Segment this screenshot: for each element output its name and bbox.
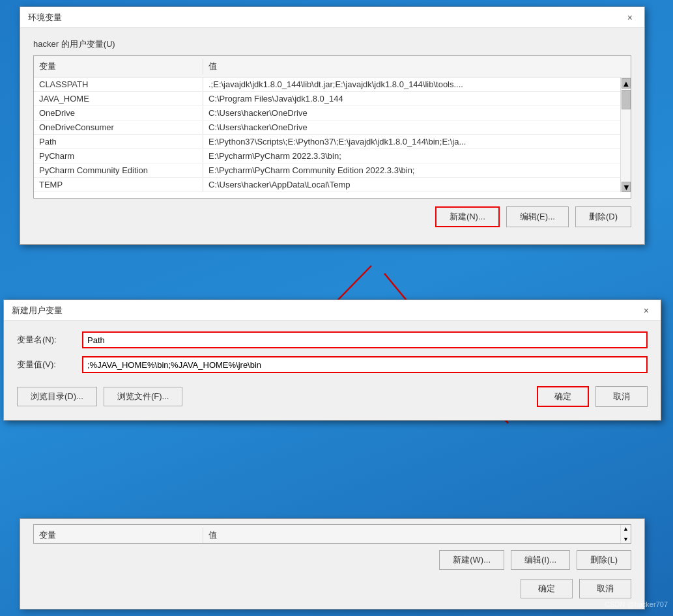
user-var-row[interactable]: PyCharmE:\Pycharm\PyCharm 2022.3.3\bin; <box>34 149 631 163</box>
env-dialog-close[interactable]: × <box>623 11 637 24</box>
user-var-value: C:\Users\hacker\OneDrive <box>203 120 620 134</box>
var-value-row: 变量值(V): <box>4 356 661 373</box>
new-var-dialog-title: 新建用户变量 <box>12 305 63 316</box>
user-var-row[interactable]: CLASSPATH.;E:\javajdk\jdk1.8.0_144\lib\d… <box>34 77 631 92</box>
env-dialog-titlebar: 环境变量 × <box>20 7 644 28</box>
delete-user-var-button[interactable]: 删除(D) <box>575 206 631 227</box>
new-var-ok-button[interactable]: 确定 <box>537 386 589 407</box>
var-name-input[interactable] <box>82 331 648 348</box>
new-var-cancel-button[interactable]: 取消 <box>595 386 648 407</box>
env-dialog-ok-button[interactable]: 确定 <box>521 579 573 598</box>
table-header-row: 变量 值 <box>34 56 631 77</box>
user-var-value: E:\Python37\Scripts\;E:\Python37\;E:\jav… <box>203 135 620 148</box>
new-sys-var-button[interactable]: 新建(W)... <box>439 550 504 570</box>
edit-user-var-button[interactable]: 编辑(E)... <box>506 206 569 227</box>
sys-col-header-var: 变量 <box>34 527 203 543</box>
new-var-dialog-content: 变量名(N): 变量值(V): 浏览目录(D)... 浏览文件(F)... 确定… <box>4 321 661 420</box>
system-vars-section: 变量 值 PROCESSOR_IDENTIFIER AMD64 Family 2… <box>20 518 645 609</box>
user-var-name: TEMP <box>34 178 203 191</box>
user-var-name: OneDriveConsumer <box>34 120 203 134</box>
var-name-row: 变量名(N): <box>4 331 661 348</box>
browse-file-button[interactable]: 浏览文件(F)... <box>104 387 182 406</box>
user-var-row[interactable]: OneDriveConsumerC:\Users\hacker\OneDrive <box>34 120 631 135</box>
new-var-form-buttons: 浏览目录(D)... 浏览文件(F)... 确定 取消 <box>4 381 661 412</box>
user-var-row[interactable]: PathE:\Python37\Scripts\;E:\Python37\;E:… <box>34 135 631 149</box>
env-variables-dialog: 环境变量 × hacker 的用户变量(U) 变量 值 CLASSPATH.;E… <box>20 7 645 245</box>
user-var-name: PyCharm Community Edition <box>34 163 203 177</box>
user-var-row[interactable]: JAVA_HOMEC:\Program Files\Java\jdk1.8.0_… <box>34 92 631 106</box>
system-vars-content: 变量 值 PROCESSOR_IDENTIFIER AMD64 Family 2… <box>20 519 644 609</box>
new-user-var-button[interactable]: 新建(N)... <box>435 206 500 227</box>
user-var-row[interactable]: TEMPC:\Users\hacker\AppData\Local\Temp <box>34 178 631 192</box>
scrollbar[interactable]: ▲ ▼ <box>620 77 631 192</box>
var-value-label: 变量值(V): <box>17 359 82 371</box>
user-vars-rows: CLASSPATH.;E:\javajdk\jdk1.8.0_144\lib\d… <box>34 77 631 192</box>
env-dialog-title: 环境变量 <box>28 12 62 23</box>
var-name-label: 变量名(N): <box>17 334 82 346</box>
delete-sys-var-button[interactable]: 删除(L) <box>577 550 631 570</box>
user-vars-buttons: 新建(N)... 编辑(E)... 删除(D) <box>33 206 631 227</box>
edit-sys-var-button[interactable]: 编辑(I)... <box>511 550 570 570</box>
user-var-row[interactable]: PyCharm Community EditionE:\Pycharm\PyCh… <box>34 163 631 178</box>
new-user-var-dialog: 新建用户变量 × 变量名(N): 变量值(V): 浏览目录(D)... 浏览文件… <box>3 300 661 421</box>
col-header-val: 值 <box>203 59 631 74</box>
env-dialog-content: hacker 的用户变量(U) 变量 值 CLASSPATH.;E:\javaj… <box>20 28 644 244</box>
env-dialog-cancel-button[interactable]: 取消 <box>579 579 631 598</box>
user-var-name: OneDrive <box>34 106 203 120</box>
user-var-name: CLASSPATH <box>34 77 203 91</box>
sys-vars-mid-buttons: 新建(W)... 编辑(I)... 删除(L) <box>33 550 631 570</box>
user-var-value: E:\Pycharm\PyCharm 2022.3.3\bin; <box>203 149 620 163</box>
watermark: CSDN @hacker707 <box>605 600 668 608</box>
user-var-row[interactable]: OneDriveC:\Users\hacker\OneDrive <box>34 106 631 120</box>
user-var-name: JAVA_HOME <box>34 92 203 105</box>
user-vars-table: 变量 值 CLASSPATH.;E:\javajdk\jdk1.8.0_144\… <box>33 55 631 199</box>
user-var-value: C:\Users\hacker\OneDrive <box>203 106 620 120</box>
user-var-value: C:\Users\hacker\AppData\Local\Temp <box>203 178 620 191</box>
user-var-value: .;E:\javajdk\jdk1.8.0_144\lib\dt.jar;E:\… <box>203 77 620 91</box>
new-var-dialog-titlebar: 新建用户变量 × <box>4 300 661 321</box>
user-var-value: C:\Program Files\Java\jdk1.8.0_144 <box>203 92 620 105</box>
user-var-name: PyCharm <box>34 149 203 163</box>
col-header-var: 变量 <box>34 59 203 74</box>
var-value-input[interactable] <box>82 356 648 373</box>
new-var-dialog-close[interactable]: × <box>640 304 653 317</box>
system-table-header: 变量 值 <box>34 525 631 544</box>
user-vars-section-title: hacker 的用户变量(U) <box>33 38 631 50</box>
sys-col-header-val: 值 <box>203 527 631 543</box>
user-var-value: E:\Pycharm\PyCharm Community Edition 202… <box>203 163 620 177</box>
user-var-name: Path <box>34 135 203 148</box>
browse-dir-button[interactable]: 浏览目录(D)... <box>17 387 97 406</box>
